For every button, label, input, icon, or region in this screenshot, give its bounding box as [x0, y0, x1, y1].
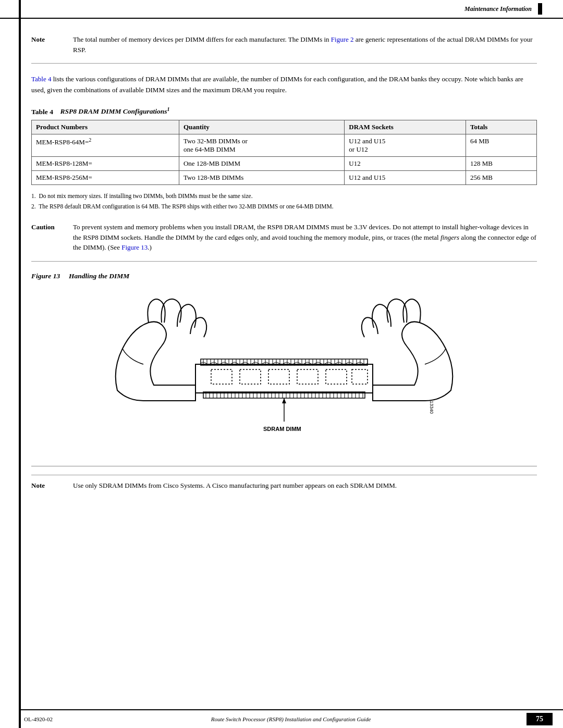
header-right-block: [538, 3, 542, 15]
svg-rect-97: [352, 369, 368, 384]
table-caption: Table 4 RSP8 DRAM DIMM Configurations1: [31, 106, 537, 116]
figure-caption: Figure 13 Handling the DIMM: [31, 272, 537, 280]
figure2-link[interactable]: Figure 2: [331, 35, 354, 43]
figure-number-text: 13340: [429, 401, 434, 414]
table-footnotes: 1. Do not mix memory sizes. If installin…: [31, 191, 537, 212]
col-product-numbers: Product Numbers: [32, 120, 179, 134]
main-paragraph: Table 4 lists the various configurations…: [31, 74, 537, 96]
cell-totals-3: 256 MB: [466, 171, 536, 185]
cell-quantity-3: Two 128-MB DIMMs: [179, 171, 344, 185]
footer-left: OL-4920-02: [24, 716, 53, 722]
bottom-note-label: Note: [31, 480, 73, 490]
left-bar: [19, 0, 21, 728]
table-row: MEM-RSP8-128M= One 128-MB DIMM U12 128 M…: [32, 157, 537, 171]
left-hand: [116, 299, 207, 400]
page-container: Maintenance Information Note The total n…: [0, 0, 563, 728]
header-bar: Maintenance Information: [0, 0, 563, 19]
caution-label: Caution: [31, 222, 73, 231]
table-row: MEM-RSP8-64M=2 Two 32-MB DIMMs orone 64-…: [32, 134, 537, 157]
dimm-illustration: SDRAM DIMM 13340: [102, 294, 467, 450]
cell-product-3: MEM-RSP8-256M=: [32, 171, 179, 185]
table-caption-title: RSP8 DRAM DIMM Configurations1: [60, 107, 169, 115]
figure-area: SDRAM DIMM 13340: [31, 289, 537, 455]
figure-label: Figure 13 Handling the DIMM: [31, 272, 129, 280]
note-label-1: Note: [31, 34, 73, 44]
footnote-2: 2. The RSP8 default DRAM configuration i…: [31, 202, 537, 212]
cell-dram-2: U12: [345, 157, 466, 171]
caution-text: To prevent system and memory problems wh…: [73, 222, 537, 253]
table-header-row: Product Numbers Quantity DRAM Sockets To…: [32, 120, 537, 134]
svg-marker-99: [282, 398, 286, 403]
sdram-text: SDRAM DIMM: [263, 426, 301, 432]
separator-line: [31, 466, 537, 466]
content: Note The total number of memory devices …: [31, 19, 537, 542]
note-text-1: The total number of memory devices per D…: [73, 34, 537, 55]
cell-dram-3: U12 and U15: [345, 171, 466, 185]
bottom-note-block: Note Use only SDRAM DIMMs from Cisco Sys…: [31, 475, 537, 491]
cell-quantity-2: One 128-MB DIMM: [179, 157, 344, 171]
table-caption-prefix: Table 4: [31, 107, 60, 115]
footer-bar: OL-4920-02 Route Switch Processor (RSP8)…: [19, 709, 563, 728]
cell-totals-2: 128 MB: [466, 157, 536, 171]
dimm-config-table: Product Numbers Quantity DRAM Sockets To…: [31, 120, 537, 185]
table4-link[interactable]: Table 4: [31, 75, 51, 83]
bottom-note-text: Use only SDRAM DIMMs from Cisco Systems.…: [73, 480, 537, 491]
svg-rect-0: [195, 364, 373, 393]
cell-product-1: MEM-RSP8-64M=2: [32, 134, 179, 157]
header-title: Maintenance Information: [464, 5, 532, 13]
col-totals: Totals: [466, 120, 536, 134]
page-number: 75: [527, 713, 553, 725]
footer-center: Route Switch Processor (RSP8) Installati…: [211, 716, 371, 722]
svg-rect-96: [326, 369, 347, 384]
cell-product-2: MEM-RSP8-128M=: [32, 157, 179, 171]
cell-totals-1: 64 MB: [466, 134, 536, 157]
svg-rect-92: [211, 369, 232, 384]
cell-dram-1: U12 and U15or U12: [345, 134, 466, 157]
sdram-label: SDRAM DIMM: [263, 398, 301, 432]
note-block-1: Note The total number of memory devices …: [31, 34, 537, 64]
table-row: MEM-RSP8-256M= Two 128-MB DIMMs U12 and …: [32, 171, 537, 185]
svg-rect-93: [240, 369, 261, 384]
dimm-board: [195, 359, 373, 398]
footnote-1: 1. Do not mix memory sizes. If installin…: [31, 191, 537, 202]
figure13-link[interactable]: Figure 13: [121, 243, 148, 251]
right-hand: [362, 299, 453, 400]
caution-block: Caution To prevent system and memory pro…: [31, 222, 537, 262]
cell-quantity-1: Two 32-MB DIMMs orone 64-MB DIMM: [179, 134, 344, 157]
col-quantity: Quantity: [179, 120, 344, 134]
col-dram-sockets: DRAM Sockets: [345, 120, 466, 134]
svg-rect-95: [297, 369, 318, 384]
svg-rect-94: [268, 369, 289, 384]
